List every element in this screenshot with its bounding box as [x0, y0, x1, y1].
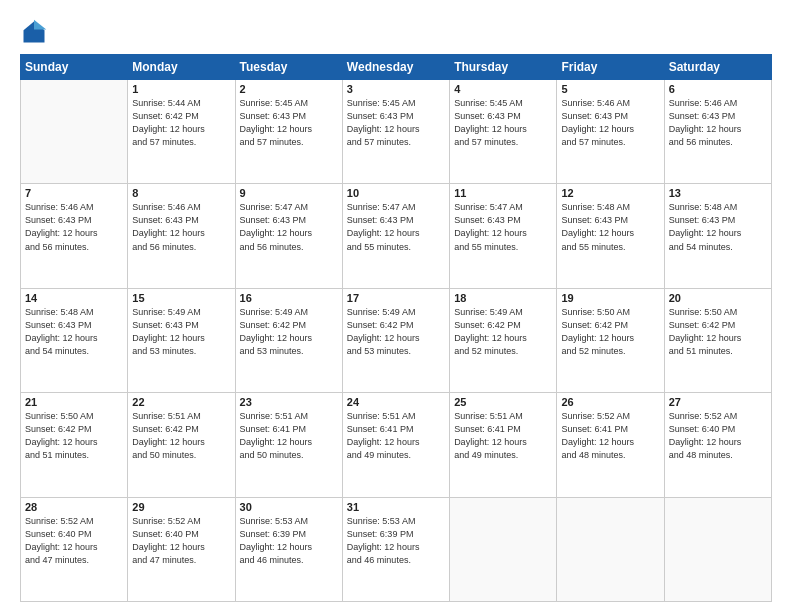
calendar-header: SundayMondayTuesdayWednesdayThursdayFrid… [21, 55, 772, 80]
calendar-cell: 9Sunrise: 5:47 AM Sunset: 6:43 PM Daylig… [235, 184, 342, 288]
day-info: Sunrise: 5:50 AM Sunset: 6:42 PM Dayligh… [561, 306, 659, 358]
calendar-row-0: 1Sunrise: 5:44 AM Sunset: 6:42 PM Daylig… [21, 80, 772, 184]
day-number: 16 [240, 292, 338, 304]
day-number: 3 [347, 83, 445, 95]
calendar-cell: 7Sunrise: 5:46 AM Sunset: 6:43 PM Daylig… [21, 184, 128, 288]
day-info: Sunrise: 5:50 AM Sunset: 6:42 PM Dayligh… [669, 306, 767, 358]
calendar-cell: 23Sunrise: 5:51 AM Sunset: 6:41 PM Dayli… [235, 393, 342, 497]
day-number: 19 [561, 292, 659, 304]
day-info: Sunrise: 5:46 AM Sunset: 6:43 PM Dayligh… [25, 201, 123, 253]
calendar-row-1: 7Sunrise: 5:46 AM Sunset: 6:43 PM Daylig… [21, 184, 772, 288]
calendar-table: SundayMondayTuesdayWednesdayThursdayFrid… [20, 54, 772, 602]
day-info: Sunrise: 5:53 AM Sunset: 6:39 PM Dayligh… [347, 515, 445, 567]
day-number: 10 [347, 187, 445, 199]
calendar-cell [557, 497, 664, 601]
day-number: 9 [240, 187, 338, 199]
day-info: Sunrise: 5:46 AM Sunset: 6:43 PM Dayligh… [669, 97, 767, 149]
day-info: Sunrise: 5:46 AM Sunset: 6:43 PM Dayligh… [132, 201, 230, 253]
day-info: Sunrise: 5:52 AM Sunset: 6:40 PM Dayligh… [25, 515, 123, 567]
calendar-cell: 1Sunrise: 5:44 AM Sunset: 6:42 PM Daylig… [128, 80, 235, 184]
day-info: Sunrise: 5:53 AM Sunset: 6:39 PM Dayligh… [240, 515, 338, 567]
day-number: 26 [561, 396, 659, 408]
day-number: 11 [454, 187, 552, 199]
day-number: 1 [132, 83, 230, 95]
calendar-cell: 6Sunrise: 5:46 AM Sunset: 6:43 PM Daylig… [664, 80, 771, 184]
day-info: Sunrise: 5:52 AM Sunset: 6:41 PM Dayligh… [561, 410, 659, 462]
day-number: 31 [347, 501, 445, 513]
day-info: Sunrise: 5:48 AM Sunset: 6:43 PM Dayligh… [669, 201, 767, 253]
day-info: Sunrise: 5:49 AM Sunset: 6:43 PM Dayligh… [132, 306, 230, 358]
calendar-cell: 5Sunrise: 5:46 AM Sunset: 6:43 PM Daylig… [557, 80, 664, 184]
day-info: Sunrise: 5:48 AM Sunset: 6:43 PM Dayligh… [561, 201, 659, 253]
day-number: 20 [669, 292, 767, 304]
calendar-cell: 25Sunrise: 5:51 AM Sunset: 6:41 PM Dayli… [450, 393, 557, 497]
calendar-cell [21, 80, 128, 184]
calendar-cell: 11Sunrise: 5:47 AM Sunset: 6:43 PM Dayli… [450, 184, 557, 288]
calendar-cell: 24Sunrise: 5:51 AM Sunset: 6:41 PM Dayli… [342, 393, 449, 497]
calendar-row-3: 21Sunrise: 5:50 AM Sunset: 6:42 PM Dayli… [21, 393, 772, 497]
calendar-cell: 8Sunrise: 5:46 AM Sunset: 6:43 PM Daylig… [128, 184, 235, 288]
day-number: 12 [561, 187, 659, 199]
header-cell-friday: Friday [557, 55, 664, 80]
day-number: 25 [454, 396, 552, 408]
day-number: 23 [240, 396, 338, 408]
day-info: Sunrise: 5:49 AM Sunset: 6:42 PM Dayligh… [347, 306, 445, 358]
calendar-cell: 15Sunrise: 5:49 AM Sunset: 6:43 PM Dayli… [128, 288, 235, 392]
day-info: Sunrise: 5:52 AM Sunset: 6:40 PM Dayligh… [132, 515, 230, 567]
day-info: Sunrise: 5:52 AM Sunset: 6:40 PM Dayligh… [669, 410, 767, 462]
logo-icon [20, 18, 48, 46]
day-info: Sunrise: 5:47 AM Sunset: 6:43 PM Dayligh… [347, 201, 445, 253]
day-number: 15 [132, 292, 230, 304]
header [20, 18, 772, 46]
svg-marker-1 [34, 20, 46, 30]
day-info: Sunrise: 5:45 AM Sunset: 6:43 PM Dayligh… [240, 97, 338, 149]
day-number: 17 [347, 292, 445, 304]
calendar-cell: 20Sunrise: 5:50 AM Sunset: 6:42 PM Dayli… [664, 288, 771, 392]
day-info: Sunrise: 5:45 AM Sunset: 6:43 PM Dayligh… [347, 97, 445, 149]
day-number: 2 [240, 83, 338, 95]
day-number: 28 [25, 501, 123, 513]
calendar-cell [450, 497, 557, 601]
calendar-row-2: 14Sunrise: 5:48 AM Sunset: 6:43 PM Dayli… [21, 288, 772, 392]
day-number: 24 [347, 396, 445, 408]
day-info: Sunrise: 5:45 AM Sunset: 6:43 PM Dayligh… [454, 97, 552, 149]
day-info: Sunrise: 5:46 AM Sunset: 6:43 PM Dayligh… [561, 97, 659, 149]
day-number: 7 [25, 187, 123, 199]
header-cell-thursday: Thursday [450, 55, 557, 80]
day-number: 13 [669, 187, 767, 199]
day-number: 6 [669, 83, 767, 95]
day-number: 30 [240, 501, 338, 513]
header-cell-wednesday: Wednesday [342, 55, 449, 80]
calendar-cell: 12Sunrise: 5:48 AM Sunset: 6:43 PM Dayli… [557, 184, 664, 288]
header-cell-saturday: Saturday [664, 55, 771, 80]
day-number: 18 [454, 292, 552, 304]
page: SundayMondayTuesdayWednesdayThursdayFrid… [0, 0, 792, 612]
calendar-row-4: 28Sunrise: 5:52 AM Sunset: 6:40 PM Dayli… [21, 497, 772, 601]
day-number: 4 [454, 83, 552, 95]
day-info: Sunrise: 5:51 AM Sunset: 6:41 PM Dayligh… [240, 410, 338, 462]
calendar-cell: 27Sunrise: 5:52 AM Sunset: 6:40 PM Dayli… [664, 393, 771, 497]
day-info: Sunrise: 5:51 AM Sunset: 6:41 PM Dayligh… [347, 410, 445, 462]
header-row: SundayMondayTuesdayWednesdayThursdayFrid… [21, 55, 772, 80]
day-number: 27 [669, 396, 767, 408]
calendar-cell: 19Sunrise: 5:50 AM Sunset: 6:42 PM Dayli… [557, 288, 664, 392]
header-cell-monday: Monday [128, 55, 235, 80]
calendar-cell: 14Sunrise: 5:48 AM Sunset: 6:43 PM Dayli… [21, 288, 128, 392]
day-number: 22 [132, 396, 230, 408]
calendar-cell: 3Sunrise: 5:45 AM Sunset: 6:43 PM Daylig… [342, 80, 449, 184]
calendar-cell: 18Sunrise: 5:49 AM Sunset: 6:42 PM Dayli… [450, 288, 557, 392]
calendar-cell: 30Sunrise: 5:53 AM Sunset: 6:39 PM Dayli… [235, 497, 342, 601]
logo [20, 18, 52, 46]
header-cell-tuesday: Tuesday [235, 55, 342, 80]
calendar-cell: 13Sunrise: 5:48 AM Sunset: 6:43 PM Dayli… [664, 184, 771, 288]
day-info: Sunrise: 5:50 AM Sunset: 6:42 PM Dayligh… [25, 410, 123, 462]
day-info: Sunrise: 5:47 AM Sunset: 6:43 PM Dayligh… [454, 201, 552, 253]
calendar-cell: 4Sunrise: 5:45 AM Sunset: 6:43 PM Daylig… [450, 80, 557, 184]
calendar-cell: 28Sunrise: 5:52 AM Sunset: 6:40 PM Dayli… [21, 497, 128, 601]
day-number: 21 [25, 396, 123, 408]
calendar-cell: 21Sunrise: 5:50 AM Sunset: 6:42 PM Dayli… [21, 393, 128, 497]
calendar-cell: 29Sunrise: 5:52 AM Sunset: 6:40 PM Dayli… [128, 497, 235, 601]
day-number: 29 [132, 501, 230, 513]
calendar-cell: 22Sunrise: 5:51 AM Sunset: 6:42 PM Dayli… [128, 393, 235, 497]
calendar-cell: 10Sunrise: 5:47 AM Sunset: 6:43 PM Dayli… [342, 184, 449, 288]
